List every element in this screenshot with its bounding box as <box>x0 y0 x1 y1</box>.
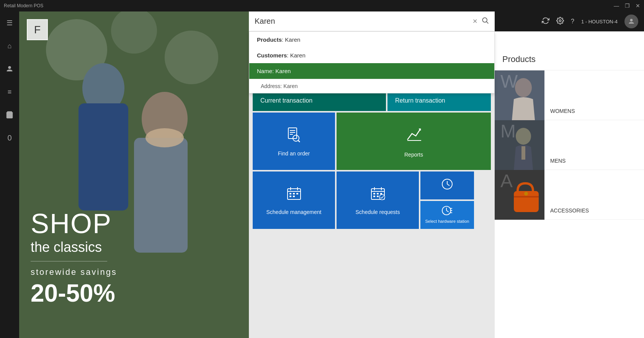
svg-rect-56 <box>521 146 525 160</box>
schedule-requests-tile[interactable]: Schedule requests <box>337 171 419 229</box>
select-hw-svg <box>441 206 453 216</box>
svg-point-5 <box>165 31 218 84</box>
hero-f-letter: F <box>34 24 41 36</box>
svg-point-52 <box>515 78 532 97</box>
refresh-icon[interactable] <box>542 17 549 26</box>
reports-icon <box>404 125 423 148</box>
svg-rect-28 <box>293 196 295 197</box>
select-hardware-station-tile[interactable]: Select hardware station <box>420 201 474 229</box>
hero-classics-text: the classics <box>31 239 117 255</box>
mens-image: M <box>495 120 544 170</box>
svg-line-41 <box>447 184 449 186</box>
product-name-accessories: ACCESSORIES <box>544 170 595 219</box>
svg-rect-9 <box>134 138 188 253</box>
svg-text:M: M <box>500 121 516 141</box>
search-container: ✕ Products: Karen Customers: Karen <box>249 11 495 93</box>
svg-rect-60 <box>514 196 539 198</box>
titlebar-controls: — ❐ ✕ <box>614 3 640 8</box>
tiles-area: ✕ Products: Karen Customers: Karen <box>249 11 495 338</box>
bottom-tiles-row: Schedule management <box>253 171 491 229</box>
hero-savings-text: storewide savings <box>31 267 117 277</box>
clock-in-out-icon <box>441 178 453 193</box>
hero-overlay: SHOP the classics storewide savings 20-5… <box>31 210 117 307</box>
suggestion-address[interactable]: Address: Karen <box>249 79 494 93</box>
hero-percent-text: 20-50% <box>31 279 117 307</box>
find-order-icon <box>285 126 302 147</box>
suggestion-customers-label: Customers <box>257 52 287 59</box>
search-dropdown: Products: Karen Customers: Karen Name: K… <box>249 31 495 93</box>
clock-tiles-group: Select hardware station <box>420 171 474 229</box>
sidebar-item-menu[interactable]: ☰ <box>2 15 17 31</box>
sidebar-item-home[interactable]: ⌂ <box>2 38 17 54</box>
sidebar-item-orders[interactable] <box>2 107 17 122</box>
main-layout: ☰ ⌂ ≡ 0 <box>0 11 644 338</box>
hero-divider <box>31 261 107 261</box>
help-icon[interactable]: ? <box>571 18 574 25</box>
schedule-management-tile[interactable]: Schedule management <box>253 171 335 229</box>
sidebar-item-transactions[interactable]: ≡ <box>2 84 17 100</box>
minimize-button[interactable]: — <box>614 3 619 8</box>
current-transaction-label: Current transaction <box>260 97 312 104</box>
search-submit-icon[interactable] <box>481 16 489 26</box>
svg-point-0 <box>8 66 11 69</box>
svg-point-61 <box>524 192 528 196</box>
app-wrapper: Retail Modern POS — ❐ ✕ ☰ ⌂ ≡ <box>0 0 644 338</box>
reports-svg <box>404 125 423 144</box>
schedule-requests-icon <box>370 186 386 205</box>
maximize-button[interactable]: ❐ <box>625 3 630 8</box>
select-hardware-label: Select hardware station <box>425 219 469 224</box>
find-order-tile[interactable]: Find an order <box>253 113 335 170</box>
suggestion-products[interactable]: Products: Karen <box>249 32 494 47</box>
schedule-mgmt-svg <box>286 186 302 202</box>
svg-point-10 <box>145 128 184 147</box>
suggestion-customers[interactable]: Customers: Karen <box>249 47 494 63</box>
product-item-accessories[interactable]: A ACCESSORIES <box>495 170 644 220</box>
panel-header: ? 1 - HOUSTON-4 <box>495 11 644 31</box>
svg-rect-37 <box>377 196 379 197</box>
hero-shop-text: SHOP <box>31 210 117 237</box>
products-panel: ? 1 - HOUSTON-4 Products <box>495 11 644 338</box>
suggestion-customers-colon: : <box>287 52 290 59</box>
svg-rect-27 <box>289 196 291 197</box>
svg-rect-34 <box>377 193 379 194</box>
settings-icon[interactable] <box>556 17 564 26</box>
app-title: Retail Modern POS <box>4 3 43 8</box>
svg-point-48 <box>559 20 561 21</box>
reports-label: Reports <box>404 152 423 158</box>
product-item-womens[interactable]: W WOMENS <box>495 70 644 120</box>
find-order-label: Find an order <box>278 150 310 157</box>
sidebar-item-zero[interactable]: 0 <box>2 130 17 145</box>
schedule-mgmt-icon <box>286 186 302 205</box>
return-transaction-label: Return transaction <box>395 97 445 104</box>
tiles-grid: Current transaction Return transaction <box>249 88 495 338</box>
svg-rect-24 <box>289 193 291 194</box>
search-bar: ✕ <box>249 11 495 31</box>
search-input[interactable] <box>255 17 472 26</box>
schedule-management-label: Schedule management <box>266 209 322 215</box>
reports-tile[interactable]: Reports <box>337 113 491 170</box>
suggestion-products-label: Products <box>257 36 282 43</box>
svg-point-55 <box>516 128 531 145</box>
svg-line-12 <box>487 22 489 24</box>
user-avatar[interactable] <box>624 15 638 28</box>
clock-in-out-tile[interactable] <box>420 171 474 199</box>
svg-text:A: A <box>500 171 513 191</box>
suggestion-customers-value: Karen <box>290 52 306 59</box>
product-item-mens[interactable]: M MENS <box>495 120 644 170</box>
close-button[interactable]: ✕ <box>636 3 640 8</box>
womens-image: W <box>495 70 544 120</box>
svg-rect-7 <box>78 103 128 211</box>
accessories-image: A <box>495 170 544 220</box>
svg-rect-26 <box>296 193 298 194</box>
search-clear-button[interactable]: ✕ <box>472 18 477 25</box>
sidebar-item-customers[interactable] <box>2 61 17 77</box>
titlebar: Retail Modern POS — ❐ ✕ <box>0 0 644 11</box>
suggestion-name[interactable]: Name: Karen <box>249 63 494 79</box>
hero-f-box: F <box>27 19 48 40</box>
suggestion-name-label: Name: Karen <box>257 68 291 74</box>
large-tiles-row: Find an order Reports <box>253 113 491 170</box>
svg-line-18 <box>298 140 300 142</box>
product-name-mens: MENS <box>544 120 571 170</box>
suggestion-products-value: Karen <box>285 36 300 43</box>
hero-banner: F SHOP the classics storewide savings 20… <box>19 11 249 338</box>
